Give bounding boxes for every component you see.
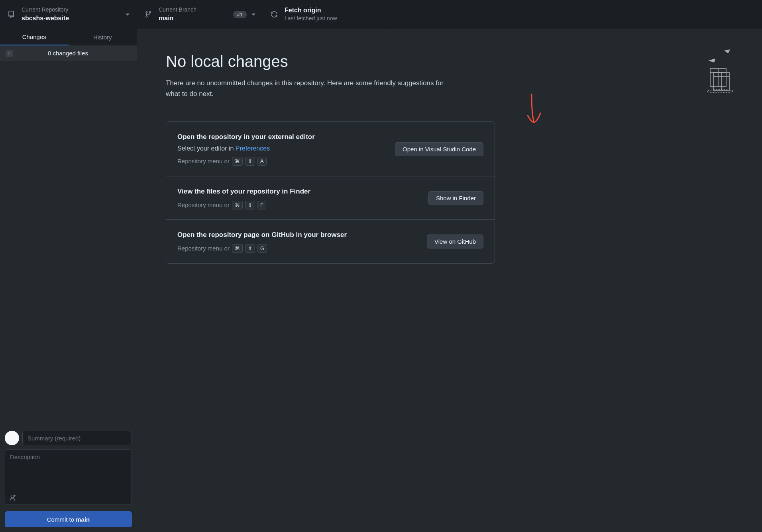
- key-cmd: ⌘: [232, 201, 243, 209]
- toolbar: Current Repository sbcshs-website Curren…: [0, 0, 762, 29]
- suggestion-detail: Select your editor in Preferences: [177, 143, 315, 154]
- svg-point-6: [707, 90, 733, 93]
- suggestion-hint: Repository menu or ⌘ ⇧ G: [177, 243, 347, 254]
- changes-header: ✓ 0 changed files: [0, 45, 137, 61]
- commit-button[interactable]: Commit to main: [5, 511, 132, 527]
- suggestion-title: Open the repository page on GitHub in yo…: [177, 229, 347, 241]
- preferences-link[interactable]: Preferences: [236, 145, 270, 152]
- chevron-down-icon: [126, 14, 130, 16]
- sidebar: Changes History ✓ 0 changed files Commit…: [0, 29, 137, 532]
- commit-form: Commit to main: [0, 426, 137, 532]
- suggestion-title: Open the repository in your external edi…: [177, 131, 315, 143]
- suggestion-view-github: Open the repository page on GitHub in yo…: [166, 220, 495, 263]
- fetch-title: Fetch origin: [285, 6, 337, 15]
- page-subtitle: There are no uncommitted changes in this…: [166, 78, 453, 99]
- branch-name: main: [159, 14, 196, 23]
- tab-changes[interactable]: Changes: [0, 29, 69, 45]
- git-branch-icon: [144, 10, 152, 18]
- suggestion-hint: Repository menu or ⌘ ⇧ A: [177, 156, 315, 166]
- changes-count: 0 changed files: [13, 50, 137, 57]
- show-finder-button[interactable]: Show in Finder: [428, 191, 483, 205]
- key-cmd: ⌘: [232, 244, 243, 253]
- fetch-subtitle: Last fetched just now: [285, 15, 337, 23]
- no-changes-illustration: [690, 49, 734, 96]
- content-area: No local changes There are no uncommitte…: [137, 29, 762, 532]
- annotation-arrow: [520, 92, 548, 128]
- suggestion-open-editor: Open the repository in your external edi…: [166, 122, 495, 176]
- key-letter: G: [257, 244, 267, 253]
- branch-selector[interactable]: Current Branch main #1: [137, 0, 263, 29]
- key-shift: ⇧: [245, 201, 255, 209]
- page-title: No local changes: [166, 53, 733, 70]
- avatar: [5, 431, 19, 445]
- open-editor-button[interactable]: Open in Visual Studio Code: [395, 142, 483, 156]
- select-all-checkbox[interactable]: ✓: [6, 50, 13, 57]
- suggestion-hint: Repository menu or ⌘ ⇧ F: [177, 200, 310, 210]
- key-shift: ⇧: [245, 244, 255, 253]
- suggestion-title: View the files of your repository in Fin…: [177, 186, 310, 198]
- repository-selector[interactable]: Current Repository sbcshs-website: [0, 0, 137, 29]
- commit-target-branch: main: [76, 516, 90, 523]
- key-letter: A: [257, 157, 267, 166]
- repo-name: sbcshs-website: [22, 14, 69, 23]
- key-shift: ⇧: [245, 157, 255, 166]
- suggestion-show-finder: View the files of your repository in Fin…: [166, 176, 495, 220]
- commit-prefix: Commit to: [47, 516, 76, 523]
- view-github-button[interactable]: View on GitHub: [427, 235, 483, 248]
- summary-input[interactable]: [22, 431, 132, 445]
- sync-icon: [270, 10, 278, 18]
- key-letter: F: [257, 201, 266, 209]
- add-coauthor-icon[interactable]: [9, 495, 16, 503]
- description-input[interactable]: [5, 449, 132, 505]
- repo-label: Current Repository: [22, 6, 69, 14]
- pr-badge: #1: [233, 11, 247, 18]
- key-cmd: ⌘: [232, 157, 243, 166]
- branch-label: Current Branch: [159, 6, 196, 14]
- fetch-button[interactable]: Fetch origin Last fetched just now: [263, 0, 389, 29]
- tab-history[interactable]: History: [69, 29, 137, 45]
- chevron-down-icon: [251, 14, 255, 16]
- suggestion-list: Open the repository in your external edi…: [166, 121, 495, 263]
- repo-icon: [7, 10, 15, 18]
